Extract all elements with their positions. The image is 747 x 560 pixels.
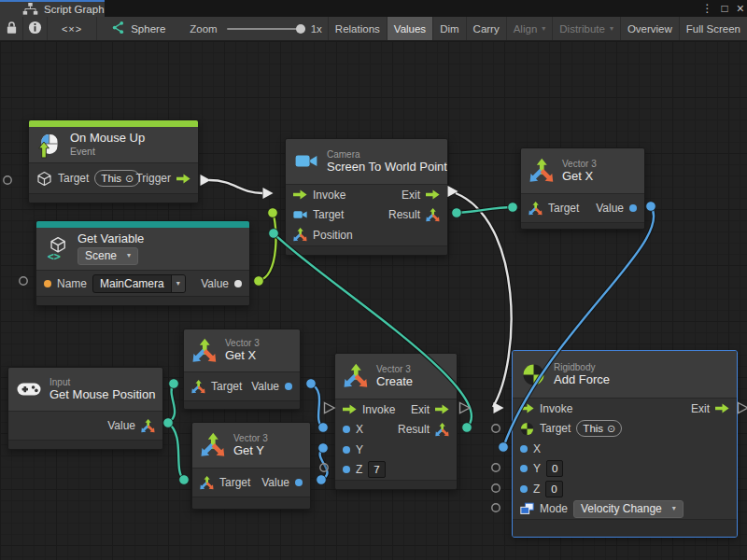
- window-close-icon[interactable]: ×: [737, 0, 744, 17]
- svg-text:<>: <>: [48, 250, 61, 263]
- node-type-label: Input: [49, 377, 155, 387]
- node-title: Get Mouse Position: [49, 388, 155, 402]
- lock-button[interactable]: [0, 17, 23, 40]
- flow-arrow-icon: [715, 403, 729, 413]
- this-target-pill[interactable]: This⊙: [576, 420, 622, 437]
- value-field[interactable]: 0: [546, 460, 563, 477]
- port-label: Name: [57, 277, 87, 290]
- node-vector3-create[interactable]: Vector 3 Create Invoke Exit X Result Y Z…: [334, 353, 458, 490]
- window-menu-icon[interactable]: ⋮: [702, 0, 713, 17]
- node-header: Camera Screen To World Point: [286, 139, 447, 184]
- port-dot[interactable]: [520, 485, 528, 493]
- toolbar-button-relations[interactable]: Relations: [328, 17, 387, 40]
- node-screen-to-world-point[interactable]: Camera Screen To World Point Invoke Exit…: [285, 138, 448, 256]
- toolbar-button-carry[interactable]: Carry: [466, 17, 506, 40]
- node-row: Invoke Exit: [286, 185, 447, 205]
- port-label: Invoke: [313, 189, 345, 202]
- port-dot[interactable]: [343, 426, 350, 433]
- node-footer: [521, 222, 644, 229]
- port-label: Invoke: [540, 402, 572, 415]
- toolbar-button-full-screen[interactable]: Full Screen: [679, 17, 747, 40]
- node-row: Position: [286, 225, 447, 245]
- node-type-label: Rigidbody: [554, 362, 610, 372]
- gamepad-icon: [16, 382, 42, 397]
- gameobject-cube-icon: [36, 171, 52, 187]
- node-get-mouse-position[interactable]: Input Get Mouse Position Value: [7, 367, 163, 450]
- port-label: Y: [533, 462, 541, 475]
- port-dot[interactable]: [285, 383, 292, 390]
- breadcrumb[interactable]: Sphere: [110, 17, 165, 40]
- node-footer: [513, 519, 737, 537]
- vector3-icon: [141, 419, 155, 433]
- chevron-down-icon: ▾: [542, 25, 545, 33]
- node-get-x-top[interactable]: Vector 3 Get X Target Value: [520, 147, 645, 230]
- mouse-up-icon: [36, 133, 63, 157]
- vector3-icon: [529, 202, 543, 216]
- value-field[interactable]: 7: [368, 461, 385, 478]
- node-add-force[interactable]: Rigidbody Add Force Invoke Exit TargetTh…: [512, 350, 738, 538]
- toolbar-button-values[interactable]: Values: [387, 17, 432, 40]
- this-target-pill[interactable]: This⊙: [94, 170, 140, 187]
- vector3-icon: [200, 476, 214, 490]
- vector3-icon: [191, 380, 205, 394]
- port-label: Exit: [402, 189, 420, 202]
- node-title: Create: [376, 375, 413, 389]
- code-view-button[interactable]: <×>: [48, 17, 97, 40]
- graph-toolbar: <×> Sphere Zoom 1x RelationsValuesDimCar…: [0, 17, 747, 41]
- port-label: Target: [211, 380, 242, 393]
- script-graph-window: Script Graph ⋮ □ × <×> Sphere Zoom 1x Re…: [0, 0, 747, 560]
- chevron-down-icon: ▾: [672, 505, 676, 512]
- target-dot-icon: ⊙: [607, 424, 615, 434]
- window-maximize-icon[interactable]: □: [722, 0, 728, 17]
- port-dot[interactable]: [343, 466, 350, 473]
- toolbar-button-distribute[interactable]: Distribute▾: [552, 17, 620, 40]
- port-label: Result: [388, 208, 420, 221]
- node-row: Target Value: [521, 194, 644, 222]
- zoom-slider[interactable]: [227, 17, 305, 40]
- node-color-bar: [29, 120, 198, 127]
- node-get-y[interactable]: Vector 3 Get Y Target Value: [191, 422, 311, 510]
- port-label: X: [356, 423, 363, 436]
- node-row: TargetThis⊙ Trigger: [29, 163, 198, 193]
- value-field[interactable]: 0: [545, 481, 562, 497]
- vector3-icon: [343, 364, 369, 388]
- node-row: Value: [8, 412, 162, 440]
- toolbar-button-align[interactable]: Align▾: [506, 17, 553, 40]
- dropdown[interactable]: MainCamera▾: [92, 274, 186, 293]
- node-footer: [184, 400, 300, 409]
- node-type-label: Vector 3: [562, 159, 597, 169]
- scope-dropdown[interactable]: Scene▾: [78, 247, 138, 265]
- node-title: Get Variable: [78, 232, 144, 246]
- flow-arrow-icon: [343, 404, 357, 414]
- camera-icon: [293, 152, 319, 170]
- tab-script-graph[interactable]: Script Graph: [0, 0, 105, 17]
- node-on-mouse-up[interactable]: On Mouse Up Event TargetThis⊙ Trigger: [28, 119, 199, 203]
- zoom-level: 1x: [311, 17, 322, 40]
- vector3-icon: [191, 339, 218, 363]
- dropdown[interactable]: Velocity Change▾: [573, 500, 684, 518]
- node-header: Input Get Mouse Position: [8, 368, 162, 411]
- node-get-variable[interactable]: <> Get Variable Scene▾ NameMainCamera▾ V…: [35, 220, 250, 306]
- node-footer: [36, 296, 249, 305]
- flow-arrow-icon: [435, 404, 449, 414]
- toolbar-button-dim[interactable]: Dim: [432, 17, 465, 40]
- port-dot[interactable]: [44, 280, 51, 287]
- port-dot[interactable]: [520, 465, 528, 472]
- zoom-slider-handle[interactable]: [296, 24, 305, 34]
- port-dot[interactable]: [520, 445, 528, 453]
- port-label: Z: [533, 483, 540, 496]
- zoom-slider-track[interactable]: [227, 28, 305, 30]
- chevron-down-icon: ▾: [171, 275, 185, 292]
- port-dot[interactable]: [234, 280, 242, 287]
- toolbar-button-overview[interactable]: Overview: [620, 17, 679, 40]
- node-row: NameMainCamera▾ Value: [36, 271, 249, 296]
- port-label: Invoke: [362, 403, 395, 416]
- node-title: Screen To World Point: [327, 161, 440, 175]
- info-button[interactable]: [23, 17, 47, 40]
- node-header: Vector 3 Get X: [521, 148, 644, 193]
- vector3-icon: [435, 423, 449, 437]
- port-dot[interactable]: [343, 446, 350, 454]
- port-dot[interactable]: [629, 204, 637, 212]
- port-dot[interactable]: [295, 479, 303, 486]
- node-get-x-mid[interactable]: Vector 3 Get X Target Value: [183, 329, 301, 410]
